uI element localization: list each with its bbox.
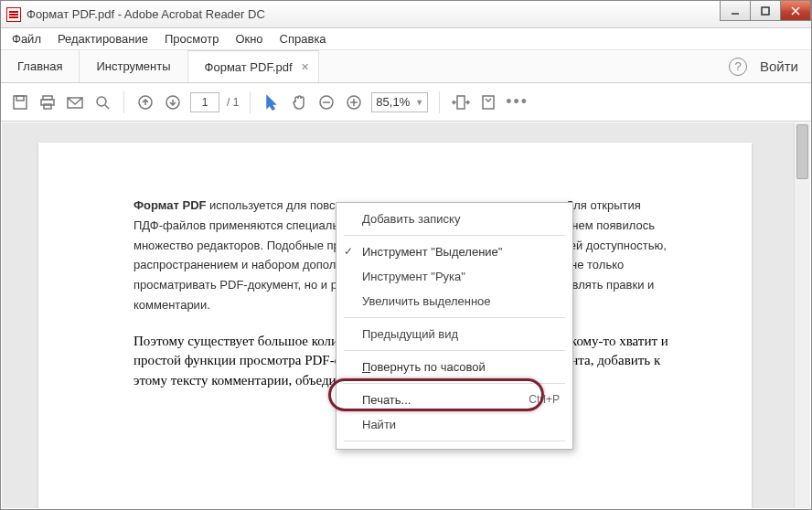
menu-separator bbox=[344, 350, 565, 351]
menu-edit[interactable]: Редактирование bbox=[50, 29, 155, 48]
fit-page-icon[interactable] bbox=[478, 92, 498, 112]
separator bbox=[123, 91, 124, 113]
svg-rect-1 bbox=[762, 7, 769, 15]
search-icon[interactable] bbox=[92, 92, 112, 112]
menu-tool-select[interactable]: ✓Инструмент "Выделение" bbox=[337, 239, 572, 264]
menu-label: Инструмент "Выделение" bbox=[362, 245, 502, 259]
maximize-button[interactable] bbox=[750, 1, 781, 21]
menu-label: Печать... bbox=[362, 393, 411, 407]
checkmark-icon: ✓ bbox=[344, 245, 353, 258]
prev-page-icon[interactable] bbox=[135, 92, 155, 112]
context-menu: Добавить записку ✓Инструмент "Выделение"… bbox=[336, 202, 573, 450]
page-number-input[interactable]: 1 bbox=[190, 92, 219, 112]
bold-text: Формат PDF bbox=[134, 198, 206, 212]
tabbar: Главная Инструменты Формат PDF.pdf × ? В… bbox=[1, 50, 811, 83]
hand-tool-icon[interactable] bbox=[289, 92, 309, 112]
tab-home-label: Главная bbox=[17, 59, 62, 73]
hotkey-underline: П bbox=[362, 360, 370, 374]
save-icon[interactable] bbox=[10, 92, 30, 112]
menu-rotate-clockwise[interactable]: Повернуть по часовой bbox=[337, 355, 572, 379]
app-window: Формат PDF.pdf - Adobe Acrobat Reader DC… bbox=[0, 0, 812, 510]
separator bbox=[250, 91, 251, 113]
tab-tools[interactable]: Инструменты bbox=[80, 50, 187, 82]
close-button[interactable] bbox=[780, 1, 811, 21]
menu-print[interactable]: Печать...Ctrl+P bbox=[337, 388, 572, 412]
menu-tool-hand[interactable]: Инструмент "Рука" bbox=[337, 264, 572, 289]
next-page-icon[interactable] bbox=[163, 92, 183, 112]
page-total-label: / 1 bbox=[227, 96, 239, 109]
vertical-scrollbar[interactable] bbox=[794, 122, 810, 508]
menu-view[interactable]: Просмотр bbox=[157, 29, 226, 48]
menu-find[interactable]: Найти bbox=[337, 412, 572, 437]
print-icon[interactable] bbox=[37, 92, 58, 112]
menu-separator bbox=[344, 317, 565, 318]
menu-add-note[interactable]: Добавить записку bbox=[337, 207, 572, 231]
help-icon[interactable]: ? bbox=[729, 58, 747, 76]
svg-rect-19 bbox=[457, 96, 465, 109]
zoom-value: 85,1% bbox=[376, 95, 410, 109]
pdf-file-icon bbox=[6, 7, 21, 22]
zoom-out-icon[interactable] bbox=[316, 92, 337, 112]
zoom-dropdown[interactable]: 85,1% ▼ bbox=[371, 92, 428, 112]
scrollbar-thumb[interactable] bbox=[796, 124, 808, 179]
svg-rect-4 bbox=[14, 96, 27, 109]
window-title: Формат PDF.pdf - Adobe Acrobat Reader DC bbox=[27, 7, 265, 21]
toolbar: 1 / 1 85,1% ▼ ••• bbox=[1, 83, 811, 122]
menu-file[interactable]: Файл bbox=[5, 29, 48, 48]
close-tab-icon[interactable]: × bbox=[302, 59, 309, 74]
menu-separator bbox=[344, 235, 565, 236]
tab-home[interactable]: Главная bbox=[1, 50, 80, 82]
titlebar: Формат PDF.pdf - Adobe Acrobat Reader DC bbox=[1, 1, 811, 28]
svg-line-11 bbox=[105, 105, 109, 109]
menu-window[interactable]: Окно bbox=[228, 29, 270, 48]
window-controls bbox=[721, 1, 811, 21]
separator bbox=[439, 91, 440, 113]
menu-separator bbox=[344, 441, 565, 441]
menu-separator bbox=[344, 383, 565, 384]
zoom-in-icon[interactable] bbox=[344, 92, 364, 112]
fit-width-icon[interactable] bbox=[451, 92, 471, 112]
svg-point-10 bbox=[97, 97, 106, 106]
minimize-button[interactable] bbox=[720, 1, 751, 21]
overflow-menu-icon[interactable]: ••• bbox=[506, 92, 529, 112]
tabbar-right: ? Войти bbox=[716, 50, 811, 82]
menu-help[interactable]: Справка bbox=[272, 29, 334, 48]
email-icon[interactable] bbox=[65, 92, 85, 112]
tab-document[interactable]: Формат PDF.pdf × bbox=[188, 50, 319, 82]
menubar: Файл Редактирование Просмотр Окно Справк… bbox=[1, 28, 811, 50]
tab-tools-label: Инструменты bbox=[96, 59, 170, 73]
selection-tool-icon[interactable] bbox=[262, 92, 282, 112]
svg-rect-5 bbox=[16, 96, 24, 101]
menu-zoom-selected[interactable]: Увеличить выделенное bbox=[337, 289, 572, 313]
keyboard-shortcut: Ctrl+P bbox=[529, 393, 560, 406]
tab-document-label: Формат PDF.pdf bbox=[205, 60, 293, 74]
menu-label: овернуть по часовой bbox=[370, 360, 485, 374]
caret-down-icon: ▼ bbox=[415, 98, 423, 107]
menu-prev-view[interactable]: Предыдущий вид bbox=[337, 322, 572, 346]
svg-rect-8 bbox=[44, 104, 51, 109]
signin-button[interactable]: Войти bbox=[760, 58, 798, 74]
